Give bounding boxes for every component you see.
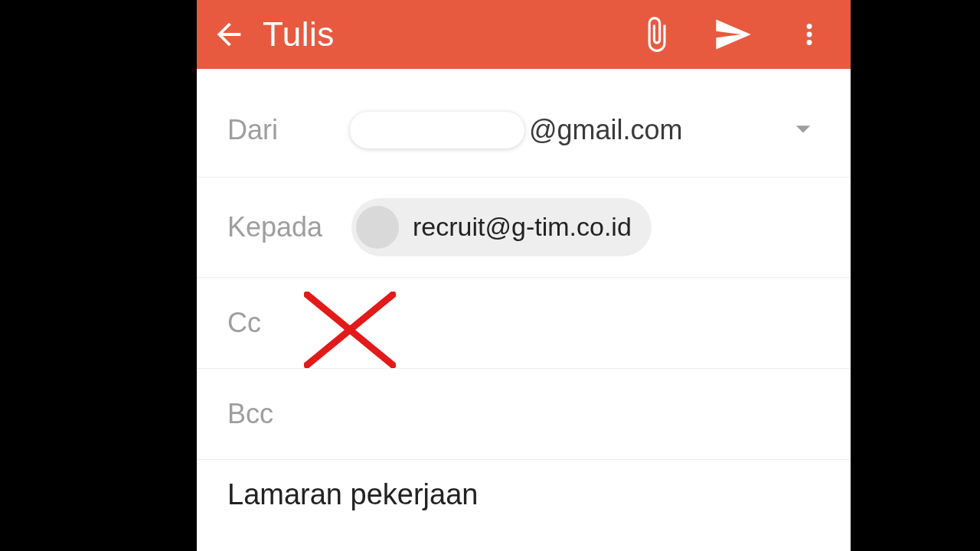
to-label: Kepada <box>227 211 335 243</box>
from-domain: @gmail.com <box>529 114 683 146</box>
arrow-back-icon <box>211 17 247 52</box>
bcc-label: Bcc <box>227 398 335 430</box>
cc-label: Cc <box>227 307 335 339</box>
compose-screen: Tulis Dari <box>197 0 851 551</box>
to-row[interactable]: Kepada recruit@g-tim.co.id <box>197 178 851 278</box>
expand-from[interactable] <box>786 112 820 148</box>
redacted-username <box>350 112 524 148</box>
from-label: Dari <box>227 114 335 146</box>
send-button[interactable] <box>710 11 756 57</box>
from-row[interactable]: Dari @gmail.com <box>197 83 851 177</box>
more-vert-icon <box>795 18 823 51</box>
avatar-icon <box>356 206 399 249</box>
attach-button[interactable] <box>633 11 679 57</box>
svg-point-2 <box>807 40 812 45</box>
chevron-down-icon <box>786 112 820 145</box>
more-button[interactable] <box>786 11 832 57</box>
bcc-row[interactable]: Bcc <box>197 369 851 460</box>
back-button[interactable] <box>206 11 252 57</box>
subject-field[interactable]: Lamaran pekerjaan <box>197 460 851 551</box>
paperclip-icon <box>637 15 675 54</box>
svg-point-0 <box>807 24 812 29</box>
svg-point-1 <box>807 32 812 37</box>
app-bar: Tulis <box>197 0 851 69</box>
recipient-email: recruit@g-tim.co.id <box>413 212 632 242</box>
screen-title: Tulis <box>263 15 633 54</box>
send-icon <box>713 15 753 54</box>
cc-row[interactable]: Cc <box>197 278 851 369</box>
recipient-chip[interactable]: recruit@g-tim.co.id <box>351 198 652 256</box>
